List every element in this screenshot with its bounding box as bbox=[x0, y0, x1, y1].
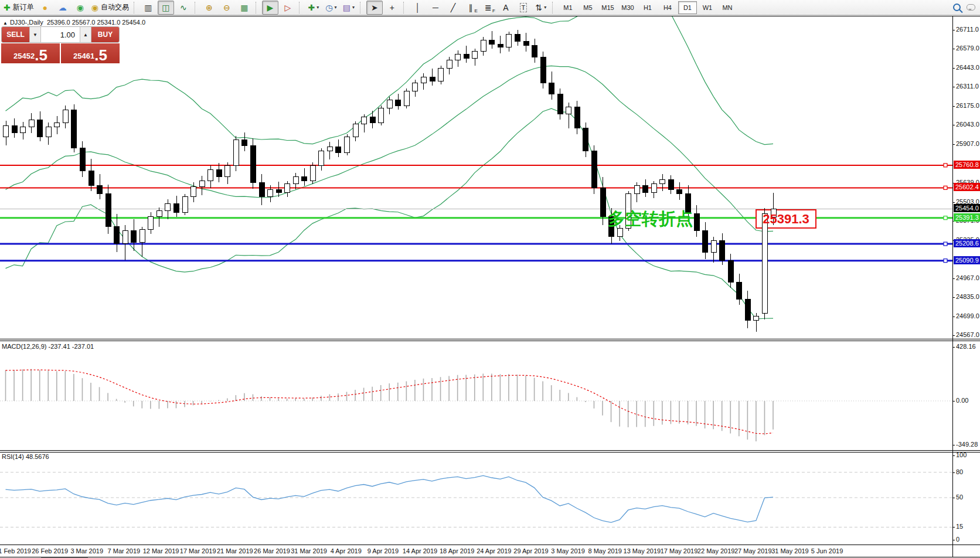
timeframe-h1[interactable]: H1 bbox=[638, 1, 657, 14]
sell-button[interactable]: SELL bbox=[2, 27, 29, 42]
candle-bullish[interactable] bbox=[3, 125, 8, 137]
candle-bearish[interactable] bbox=[97, 185, 102, 194]
candle-bearish[interactable] bbox=[583, 128, 588, 151]
candle-bearish[interactable] bbox=[489, 40, 494, 44]
dropdown-caret-icon[interactable]: ▾ bbox=[352, 5, 355, 10]
timeframe-m1[interactable]: M1 bbox=[559, 1, 577, 14]
candle-bullish[interactable] bbox=[20, 127, 25, 132]
horizontal-line-button[interactable]: ─ bbox=[427, 1, 444, 15]
candle-bullish[interactable] bbox=[293, 177, 298, 184]
candlestick-icon[interactable]: ◫ bbox=[158, 1, 174, 15]
candle-bearish[interactable] bbox=[600, 188, 605, 217]
buy-button[interactable]: BUY bbox=[91, 27, 119, 42]
candle-bullish[interactable] bbox=[421, 77, 426, 83]
chart-canvas[interactable]: 多空转折点25391.3 bbox=[0, 16, 980, 557]
candle-bearish[interactable] bbox=[668, 179, 673, 189]
candle-bullish[interactable] bbox=[182, 197, 188, 213]
candle-bullish[interactable] bbox=[29, 120, 34, 127]
candle-bullish[interactable] bbox=[139, 229, 145, 242]
candle-bearish[interactable] bbox=[728, 261, 733, 282]
dropdown-caret-icon[interactable]: ▾ bbox=[544, 5, 546, 10]
dropdown-caret-icon[interactable]: ▾ bbox=[317, 5, 319, 10]
candle-bullish[interactable] bbox=[481, 40, 486, 51]
search-icon[interactable] bbox=[953, 4, 961, 11]
periods-button[interactable]: ◷▾ bbox=[323, 1, 339, 15]
candle-bullish[interactable] bbox=[762, 214, 767, 314]
chat-icon[interactable] bbox=[967, 4, 975, 11]
candle-bullish[interactable] bbox=[753, 317, 758, 321]
candle-bearish[interactable] bbox=[464, 55, 469, 59]
candle-bearish[interactable] bbox=[557, 94, 563, 114]
signal-icon[interactable]: ◉ bbox=[72, 1, 89, 15]
zoom-out-icon[interactable]: ⊖ bbox=[219, 1, 235, 15]
indicators-button[interactable]: ✚▾ bbox=[305, 1, 322, 15]
candle-bullish[interactable] bbox=[361, 117, 366, 124]
candle-bearish[interactable] bbox=[259, 182, 264, 196]
candle-bullish[interactable] bbox=[207, 169, 213, 181]
volume-decrease-button[interactable]: ▼ bbox=[29, 27, 41, 42]
templates-button[interactable]: ▤▾ bbox=[341, 1, 357, 15]
candle-bullish[interactable] bbox=[148, 217, 153, 230]
community-icon[interactable]: ☁ bbox=[55, 1, 71, 15]
candle-bearish[interactable] bbox=[515, 35, 520, 42]
pane-separator[interactable] bbox=[0, 450, 980, 451]
vertical-line-button[interactable]: │ bbox=[410, 1, 426, 15]
candle-bearish[interactable] bbox=[216, 169, 222, 176]
candle-bearish[interactable] bbox=[173, 204, 179, 213]
zoom-in-icon[interactable]: ⊕ bbox=[201, 1, 217, 15]
candle-bearish[interactable] bbox=[370, 117, 375, 123]
candle-bullish[interactable] bbox=[284, 184, 290, 193]
candle-bearish[interactable] bbox=[80, 148, 85, 171]
candle-bullish[interactable] bbox=[233, 140, 239, 165]
timeframe-mn[interactable]: MN bbox=[718, 1, 737, 14]
candle-bearish[interactable] bbox=[106, 194, 111, 227]
candle-bearish[interactable] bbox=[335, 147, 341, 153]
candle-bullish[interactable] bbox=[438, 69, 443, 81]
candle-bullish[interactable] bbox=[447, 60, 452, 69]
candle-bullish[interactable] bbox=[711, 241, 716, 252]
candle-bullish[interactable] bbox=[156, 211, 162, 217]
candle-bearish[interactable] bbox=[642, 185, 648, 192]
candle-bullish[interactable] bbox=[353, 124, 358, 137]
candle-bullish[interactable] bbox=[224, 165, 230, 176]
auto-scroll-button[interactable]: ▶ bbox=[262, 1, 278, 15]
candle-bearish[interactable] bbox=[241, 140, 247, 145]
autotrade-button[interactable]: ◉自动交易 bbox=[90, 1, 131, 15]
candle-bullish[interactable] bbox=[63, 110, 68, 123]
candle-bearish[interactable] bbox=[71, 110, 76, 148]
pane-separator[interactable] bbox=[0, 341, 980, 341]
chart-shift-button[interactable]: ▷ bbox=[280, 1, 296, 15]
candle-bearish[interactable] bbox=[250, 145, 256, 182]
tile-windows-icon[interactable]: ▦ bbox=[236, 1, 253, 15]
volume-input[interactable]: 1.00 bbox=[41, 27, 80, 42]
candle-bullish[interactable] bbox=[344, 137, 349, 152]
candle-bearish[interactable] bbox=[276, 189, 281, 192]
candle-bearish[interactable] bbox=[745, 300, 750, 321]
candle-bearish[interactable] bbox=[498, 45, 503, 47]
candle-bullish[interactable] bbox=[46, 127, 51, 137]
timeframe-m30[interactable]: M30 bbox=[618, 1, 637, 14]
text-label-button[interactable]: T bbox=[515, 1, 532, 15]
candle-bullish[interactable] bbox=[472, 52, 477, 59]
timeframe-m5[interactable]: M5 bbox=[579, 1, 597, 14]
candle-bearish[interactable] bbox=[549, 83, 554, 94]
pane-separator[interactable] bbox=[0, 339, 980, 339]
candle-bearish[interactable] bbox=[131, 231, 136, 242]
candle-bearish[interactable] bbox=[702, 231, 707, 252]
candle-bullish[interactable] bbox=[506, 35, 511, 47]
candle-bullish[interactable] bbox=[199, 181, 205, 187]
candle-bearish[interactable] bbox=[719, 241, 724, 261]
line-chart-icon[interactable]: ∿ bbox=[175, 1, 192, 15]
candle-bullish[interactable] bbox=[566, 107, 571, 114]
candle-bullish[interactable] bbox=[190, 187, 196, 197]
candle-bearish[interactable] bbox=[676, 189, 682, 193]
equidistant-channel-button[interactable]: ∥E bbox=[462, 1, 479, 15]
volume-increase-button[interactable]: ▲ bbox=[80, 27, 91, 42]
candle-bearish[interactable] bbox=[395, 100, 400, 106]
text-button[interactable]: A bbox=[498, 1, 514, 15]
candle-bearish[interactable] bbox=[694, 214, 699, 231]
timeframe-d1[interactable]: D1 bbox=[678, 1, 697, 14]
trendline-button[interactable]: ╱ bbox=[445, 1, 461, 15]
candle-bearish[interactable] bbox=[114, 227, 119, 244]
candle-bullish[interactable] bbox=[387, 100, 392, 108]
